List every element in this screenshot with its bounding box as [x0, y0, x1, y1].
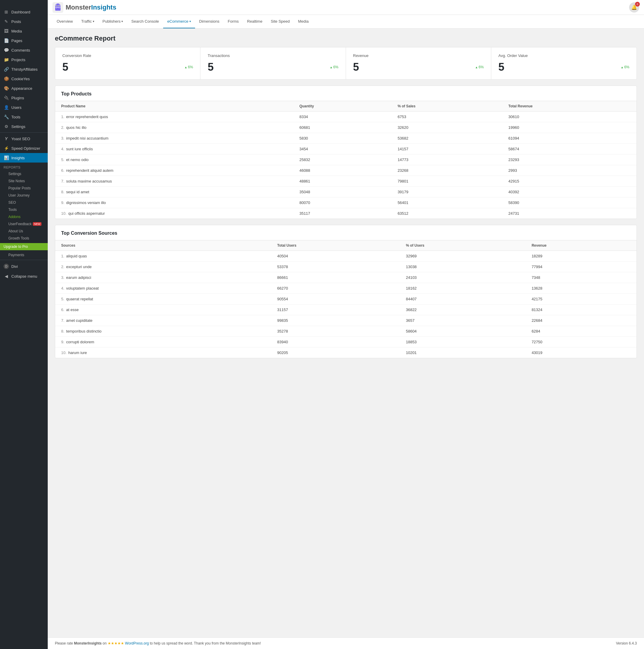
- metric-value-avg-order: 5: [499, 61, 504, 73]
- total-users-cell: 83940: [271, 337, 400, 347]
- revenue-cell: 58674: [502, 144, 637, 155]
- sidebar-item-appearance[interactable]: 🎨 Appearance: [0, 84, 48, 93]
- footer-link[interactable]: WordPress.org: [125, 641, 149, 645]
- plugins-icon: 🔌: [4, 95, 9, 100]
- monsterinsights-logo-icon: [52, 2, 63, 13]
- media-icon: 🖼: [4, 29, 9, 33]
- sidebar-sub-upgrade[interactable]: Upgrade to Pro: [0, 243, 48, 250]
- row-num: 8.: [61, 190, 65, 194]
- row-num: 10.: [61, 211, 67, 216]
- sidebar-item-label: Yoast SEO: [11, 137, 30, 141]
- sidebar-sub-tools[interactable]: Tools: [0, 206, 48, 213]
- sidebar-item-speedoptimizer[interactable]: ⚡ Speed Optimizer: [0, 143, 48, 153]
- sidebar-item-label: Divi: [11, 264, 18, 269]
- subnav-traffic[interactable]: Traffic ▾: [77, 15, 98, 28]
- sidebar-item-thirstyaffiliates[interactable]: 🔗 ThirstyAffiliates: [0, 64, 48, 74]
- projects-icon: 📁: [4, 57, 9, 62]
- sidebar-item-yoast[interactable]: Y Yoast SEO: [0, 134, 48, 143]
- insights-icon: 📊: [4, 156, 9, 160]
- table-row: 6.reprehenderit aliquid autem 46088 2326…: [55, 165, 637, 176]
- subnav-searchconsole[interactable]: Search Console: [127, 15, 163, 28]
- subnav-overview[interactable]: Overview: [52, 15, 77, 28]
- chevron-down-icon: ▾: [93, 20, 94, 23]
- row-num: 5.: [61, 158, 65, 162]
- col-product-name: Product Name: [55, 101, 294, 112]
- metric-label-revenue: Revenue: [353, 53, 484, 58]
- row-num: 6.: [61, 168, 65, 173]
- subnav-publishers[interactable]: Publishers ▾: [98, 15, 127, 28]
- pct-sales-cell: 6753: [392, 112, 502, 122]
- total-users-cell: 86661: [271, 272, 400, 283]
- sidebar-item-projects[interactable]: 📁 Projects: [0, 55, 48, 64]
- sidebar-item-comments[interactable]: 💬 Comments: [0, 45, 48, 55]
- table-row: 3.impedit nisi accusantium 5830 53682 61…: [55, 133, 637, 144]
- sidebar-item-pages[interactable]: 📄 Pages: [0, 36, 48, 45]
- row-num: 5.: [61, 297, 65, 301]
- subnav-media[interactable]: Media: [294, 15, 313, 28]
- sidebar-item-label: Posts: [11, 19, 21, 24]
- product-name-cell: 6.reprehenderit aliquid autem: [55, 165, 294, 176]
- table-row: 9.corrupti dolorem 83940 18853 72750: [55, 337, 637, 347]
- svg-rect-2: [55, 7, 60, 11]
- top-conversion-sources-title: Top Conversion Sources: [55, 225, 637, 241]
- sidebar-item-insights[interactable]: 📊 Insights: [0, 153, 48, 163]
- source-name-cell: 4.voluptatem placeat: [55, 283, 271, 294]
- pct-users-cell: 3657: [400, 315, 525, 326]
- subnav: Overview Traffic ▾ Publishers ▾ Search C…: [48, 15, 644, 29]
- sidebar-item-users[interactable]: 👤 Users: [0, 102, 48, 112]
- sidebar-sub-aboutus[interactable]: About Us: [0, 227, 48, 235]
- subnav-dimensions[interactable]: Dimensions: [195, 15, 224, 28]
- topbar-logo: MonsterInsights: [52, 2, 116, 13]
- sidebar-item-collapse[interactable]: ◀ Collapse menu: [0, 271, 48, 281]
- top-products-title: Top Products: [55, 86, 637, 101]
- quantity-cell: 80070: [294, 198, 392, 208]
- quantity-cell: 35048: [294, 187, 392, 198]
- sidebar-sub-settings[interactable]: Settings: [0, 170, 48, 177]
- sidebar-sub-userfeedback[interactable]: UserFeedback NEW: [0, 220, 48, 227]
- table-row: 2.quos hic illo 60681 32620 19960: [55, 122, 637, 133]
- top-products-table: Product Name Quantity % of Sales Total R…: [55, 101, 637, 219]
- revenue-cell: 40392: [502, 187, 637, 198]
- col-pct-sales: % of Sales: [392, 101, 502, 112]
- chevron-down-icon: ▾: [189, 20, 191, 23]
- sidebar-item-dashboard[interactable]: ⊞ Dashboard: [0, 7, 48, 17]
- sidebar-item-media[interactable]: 🖼 Media: [0, 26, 48, 36]
- row-num: 4.: [61, 286, 65, 291]
- collapse-icon: ◀: [4, 274, 9, 278]
- sidebar-item-settings[interactable]: ⚙ Settings: [0, 122, 48, 131]
- metric-value-row-revenue: 5 ▲ 6%: [353, 61, 484, 73]
- subnav-realtime[interactable]: Realtime: [243, 15, 266, 28]
- sidebar-item-divi[interactable]: D Divi: [0, 261, 48, 271]
- subnav-forms[interactable]: Forms: [224, 15, 243, 28]
- table-row: 5.quaerat repellat 90554 84407 42175: [55, 294, 637, 305]
- sidebar-sub-addons[interactable]: Addons: [0, 213, 48, 220]
- sidebar-sub-userjourney[interactable]: User Journey: [0, 192, 48, 199]
- pct-users-cell: 24103: [400, 272, 525, 283]
- sidebar-item-posts[interactable]: ✎ Posts: [0, 17, 48, 26]
- sidebar-item-cookieyes[interactable]: 🍪 CookieYes: [0, 74, 48, 84]
- sidebar-item-tools[interactable]: 🔧 Tools: [0, 112, 48, 122]
- top-conversion-sources-section: Top Conversion Sources Sources Total Use…: [55, 225, 637, 358]
- revenue-cell: 72750: [525, 337, 637, 347]
- logo-insights-text: Insights: [91, 4, 116, 11]
- total-users-cell: 90205: [271, 347, 400, 358]
- sidebar-item-plugins[interactable]: 🔌 Plugins: [0, 93, 48, 102]
- quantity-cell: 46088: [294, 165, 392, 176]
- sidebar-sub-popularposts[interactable]: Popular Posts: [0, 185, 48, 192]
- sidebar-divider-2: [0, 260, 48, 260]
- sidebar-item-label: Dashboard: [11, 10, 31, 14]
- table-row: 3.earum adipisci 86661 24103 7348: [55, 272, 637, 283]
- sidebar: ⊞ Dashboard ✎ Posts 🖼 Media 📄 Pages 💬 Co…: [0, 0, 48, 649]
- subnav-sitespeed[interactable]: Site Speed: [267, 15, 294, 28]
- notification-bell[interactable]: 🔔 0: [629, 2, 639, 12]
- source-name-cell: 7.amet cupiditate: [55, 315, 271, 326]
- sidebar-sub-growthtools[interactable]: Growth Tools: [0, 235, 48, 242]
- sidebar-sub-sitenotes[interactable]: Site Notes: [0, 177, 48, 185]
- sidebar-sub-seo[interactable]: SEO: [0, 199, 48, 206]
- total-users-cell: 53378: [271, 262, 400, 272]
- subnav-ecommerce[interactable]: eCommerce ▾: [163, 15, 195, 28]
- pct-sales-cell: 56401: [392, 198, 502, 208]
- sidebar-item-label: CookieYes: [11, 77, 30, 81]
- sidebar-sub-payments[interactable]: Payments: [0, 251, 48, 259]
- cookieyes-icon: 🍪: [4, 76, 9, 81]
